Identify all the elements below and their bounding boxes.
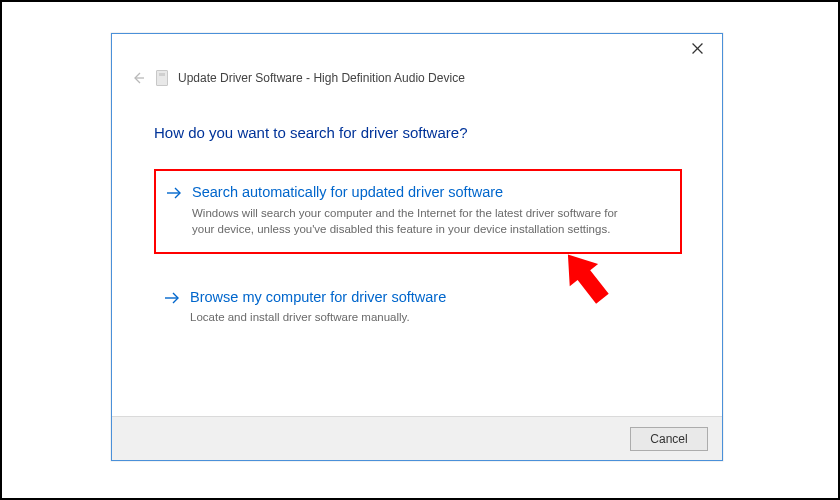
option-browse-computer[interactable]: Browse my computer for driver software L… — [154, 276, 682, 340]
back-button[interactable] — [130, 70, 146, 86]
close-button[interactable] — [676, 36, 718, 60]
update-driver-dialog: Update Driver Software - High Definition… — [111, 33, 723, 461]
option-title: Search automatically for updated driver … — [192, 183, 666, 203]
arrow-right-icon — [164, 291, 180, 309]
option-texts: Browse my computer for driver software L… — [190, 288, 668, 326]
titlebar — [112, 34, 722, 62]
option-texts: Search automatically for updated driver … — [192, 183, 666, 238]
option-description: Windows will search your computer and th… — [192, 205, 622, 238]
dialog-title: Update Driver Software - High Definition… — [178, 71, 465, 85]
option-description: Locate and install driver software manua… — [190, 309, 620, 326]
cancel-button[interactable]: Cancel — [630, 427, 708, 451]
close-icon — [692, 43, 703, 54]
page-heading: How do you want to search for driver sof… — [154, 124, 682, 141]
arrow-left-icon — [130, 70, 146, 86]
arrow-right-icon — [166, 186, 182, 204]
option-title: Browse my computer for driver software — [190, 288, 668, 308]
option-search-automatically[interactable]: Search automatically for updated driver … — [154, 169, 682, 254]
dialog-content: How do you want to search for driver sof… — [112, 92, 722, 340]
device-icon — [156, 70, 168, 86]
breadcrumb-row: Update Driver Software - High Definition… — [112, 62, 722, 92]
dialog-footer: Cancel — [112, 416, 722, 460]
